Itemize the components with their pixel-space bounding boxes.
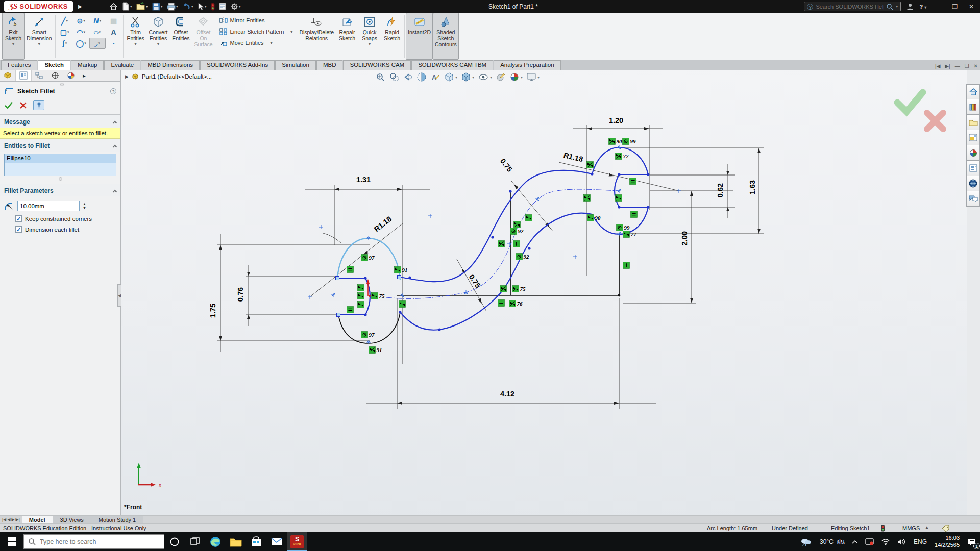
dimension-each-fillet-checkbox[interactable]: ✓ [15,226,22,233]
relation-badge-76[interactable]: 76 [509,300,523,307]
next-tab-icon[interactable]: ▶ [11,517,14,522]
relation-badge-90[interactable]: 90 [609,138,623,145]
relation-badge-77[interactable]: 77 [616,153,629,160]
move-entities-button[interactable]: Move Entities ▾ [217,38,295,47]
relation-badge[interactable] [347,307,354,313]
text-tool[interactable]: A [106,27,122,38]
taskpane-home-icon[interactable] [966,84,980,99]
menu-expand-icon[interactable]: ▶ [78,4,82,9]
dimension-label-2.00[interactable]: 2.00 [680,231,689,245]
appearances-scenes-icon[interactable] [966,145,980,161]
taskbar-search-input[interactable] [40,538,160,545]
dimension-label-0.75[interactable]: 0.75 [499,157,514,173]
file-explorer-icon[interactable] [966,115,980,130]
tab-featuremanager[interactable] [0,70,16,81]
doc-close-icon[interactable]: ✕ [974,63,978,69]
dimension-label-1.75[interactable]: 1.75 [209,304,217,318]
next-document-icon[interactable]: ▶| [945,63,950,69]
relation-badge-99[interactable]: 99 [617,224,630,231]
sketch-fillet-tool[interactable]: ◞▾ [89,38,106,49]
tab-dimxpertmanager[interactable] [47,70,63,81]
zoom-to-fit-icon[interactable] [375,72,385,82]
wifi-icon[interactable] [877,532,894,551]
relation-badge[interactable] [513,241,520,247]
convert-dropdown-icon[interactable]: ▾ [157,42,159,46]
file-properties-icon[interactable] [217,1,228,12]
relation-badge[interactable] [526,215,532,221]
select-cursor-icon[interactable]: ▾ [196,1,208,12]
entities-section-header[interactable]: Entities to Fillet [0,139,120,152]
trim-entities-button[interactable]: Trim Entities ▾ [125,13,147,60]
microsoft-store-icon[interactable] [246,532,266,551]
prev-tab-icon[interactable]: ◀ [7,517,10,522]
start-button[interactable] [0,532,23,551]
ok-button[interactable] [4,101,13,109]
entities-to-fillet-list[interactable]: Ellipse10 [4,154,116,176]
search-icon[interactable] [886,3,893,10]
smart-dimension-button[interactable]: Smart Dimension ▾ [24,13,54,60]
confirm-cancel-icon[interactable] [927,113,943,129]
show-hidden-icons-chevron[interactable] [848,532,862,551]
dimension-label-R1.18[interactable]: R1.18 [373,215,393,233]
relation-badge[interactable] [616,195,622,202]
last-tab-icon[interactable]: ▶| [16,517,20,522]
relation-badge-92[interactable]: 92 [510,228,524,235]
relation-badge[interactable] [358,285,364,291]
entity-list-item[interactable]: Ellipse10 [5,154,116,163]
view-orientation-icon[interactable]: ▾ [444,72,457,82]
undo-icon[interactable]: ▾ [181,1,195,12]
relation-badge[interactable] [358,302,364,308]
equation-curve-tool[interactable]: ʃ▾ [57,38,73,49]
tab-analysis-preparation[interactable]: Analysis Preparation [494,60,560,70]
relation-badge-77[interactable]: 77 [623,231,637,238]
home-icon[interactable] [108,1,119,12]
convert-entities-button[interactable]: Convert Entities ▾ [147,13,170,60]
weather-icon[interactable] [796,532,816,551]
display-delete-relations-button[interactable]: Display/Delete Relations [297,13,336,60]
clock[interactable]: 16:03 14/2/2565 [930,535,964,549]
comments-icon[interactable] [966,191,980,207]
parameters-collapse-icon[interactable] [113,189,117,193]
rapid-sketch-button[interactable]: Rapid Sketch [381,13,403,60]
view-palette-icon[interactable] [966,130,980,145]
doc-tab-model[interactable]: Model [22,516,53,523]
apply-scene-icon[interactable]: ▾ [509,72,523,82]
dimension-label-4.12[interactable]: 4.12 [500,390,514,398]
doc-tab-3d-views[interactable]: 3D Views [53,516,91,523]
minimize-button[interactable]: — [932,3,944,10]
tab-markup[interactable]: Markup [71,60,104,70]
screen-cast-icon[interactable] [862,532,877,551]
file-explorer-taskbar-icon[interactable] [226,532,246,551]
dimension-label-R1.18[interactable]: R1.18 [562,151,583,163]
relation-badge-91[interactable]: 91 [395,267,408,273]
linear-sketch-pattern-button[interactable]: Linear Sketch Pattern ▾ [217,27,295,36]
dimension-label-1.63[interactable]: 1.63 [748,180,756,194]
relation-badge[interactable] [358,293,364,299]
sketch-corner-point[interactable] [618,294,621,297]
solidworks-taskbar-icon[interactable]: S2020 [287,532,307,551]
doc-minimize-icon[interactable]: — [955,63,960,69]
ellipse-tool[interactable]: ○▾ [89,27,106,38]
list-resize-grip[interactable] [59,177,62,181]
tab-propertymanager[interactable] [16,70,32,81]
relation-badge[interactable] [498,241,505,247]
solidworks-forum-icon[interactable] [966,176,980,191]
tree-item-label[interactable]: Part1 (Default<<Default>... [142,73,212,80]
smart-dimension-dropdown-icon[interactable]: ▾ [38,42,40,46]
view-settings-icon[interactable]: ▾ [526,72,540,82]
tab-sketch[interactable]: Sketch [38,60,70,70]
relation-badge[interactable] [500,286,507,292]
relation-badge[interactable] [514,221,521,228]
exit-sketch-dropdown-icon[interactable]: ▾ [12,42,14,46]
search-dropdown-icon[interactable]: ▾ [896,4,898,9]
circle-tool[interactable]: ⊙▾ [73,15,89,27]
relation-badge-75[interactable]: 75 [372,293,385,299]
restore-button[interactable]: ❐ [949,3,961,10]
print-icon[interactable]: ▾ [165,1,180,12]
offset-entities-button[interactable]: Offset Entities [169,13,192,60]
dimension-each-fillet-row[interactable]: ✓ Dimension each fillet [0,223,120,234]
section-view-icon[interactable] [416,72,427,82]
tab-displaymanager[interactable] [63,70,79,81]
quick-snaps-button[interactable]: Quick Snaps ▾ [358,13,381,60]
relation-badge[interactable] [347,266,354,273]
